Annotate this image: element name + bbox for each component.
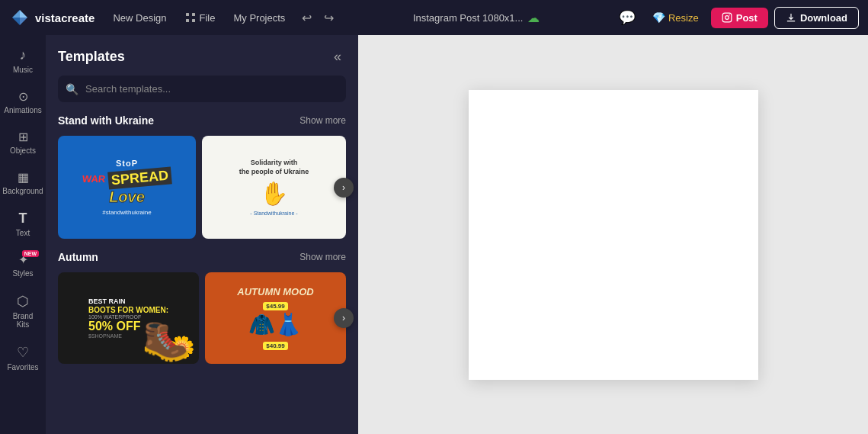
gem-icon: 💎: [652, 11, 665, 24]
new-design-button[interactable]: New Design: [107, 9, 172, 27]
svg-point-10: [729, 14, 729, 15]
collapse-panel-button[interactable]: «: [329, 47, 346, 66]
ukraine-template-card-1[interactable]: StoP WAR SPREAD Love #standwithukraine: [58, 136, 196, 239]
svg-rect-4: [186, 13, 189, 16]
sidebar-item-label: Text: [16, 229, 30, 237]
autumn-section-header: Autumn Show more: [58, 251, 346, 263]
sidebar-item-styles[interactable]: NEW ✦ Styles: [3, 246, 43, 284]
instagram-icon: [722, 12, 732, 23]
sidebar-item-label: Brand Kits: [6, 312, 40, 329]
ukraine-hand-icon: ✋: [239, 180, 309, 207]
resize-button[interactable]: 💎 Resize: [646, 8, 705, 27]
sidebar-item-music[interactable]: ♪ Music: [3, 41, 43, 80]
templates-header: Templates «: [46, 35, 358, 76]
autumn-price-1-text: $45.99: [263, 302, 287, 310]
cloud-sync-icon: ☁: [527, 11, 540, 25]
autumn-best-rain-text: BEST RAIN: [88, 297, 168, 306]
svg-rect-6: [186, 19, 189, 22]
canvas[interactable]: [469, 90, 758, 380]
sidebar-item-label: Background: [2, 187, 43, 195]
svg-marker-0: [12, 10, 20, 18]
svg-rect-7: [192, 19, 195, 22]
favorites-icon: ♡: [17, 344, 29, 361]
search-bar: 🔍: [58, 76, 346, 102]
main-content: ♪ Music ⊙ Animations ⊞ Objects ▦ Backgro…: [0, 35, 868, 434]
music-icon: ♪: [20, 47, 27, 63]
autumn-template-card-2[interactable]: AUTUMN MOOD $45.99 🧥👗 $40.99: [205, 272, 346, 364]
logo-text: vistacreate: [35, 11, 94, 24]
topbar: vistacreate New Design File My Projects …: [0, 0, 868, 35]
templates-panel: Templates « 🔍 Stand with Ukraine Show mo…: [46, 35, 358, 434]
autumn-boots-text: BOOTS FOR WOMEN:: [88, 306, 168, 314]
sidebar-icons: ♪ Music ⊙ Animations ⊞ Objects ▦ Backgro…: [0, 35, 46, 434]
ukraine-carousel-next-button[interactable]: ›: [334, 178, 354, 198]
topbar-right-actions: 💬 💎 Resize Post Download: [614, 6, 859, 29]
autumn-discount-text: 50% OFF: [88, 320, 168, 333]
svg-rect-8: [722, 13, 732, 22]
ukraine-card-1-content: StoP WAR SPREAD Love #standwithukraine: [75, 151, 180, 223]
autumn-carousel-next-button[interactable]: ›: [334, 308, 354, 328]
undo-button[interactable]: ↩: [297, 8, 316, 28]
sidebar-item-label: Music: [13, 66, 33, 74]
animations-icon: ⊙: [18, 89, 28, 104]
brand-icon: ⬡: [17, 293, 29, 310]
svg-marker-3: [20, 18, 27, 25]
ukraine-section-header: Stand with Ukraine Show more: [58, 114, 346, 127]
logo[interactable]: vistacreate: [9, 7, 94, 28]
file-menu-button[interactable]: File: [179, 9, 222, 27]
post-button[interactable]: Post: [711, 8, 768, 28]
objects-icon: ⊞: [18, 130, 28, 144]
autumn-price-2-text: $40.99: [263, 342, 287, 350]
ukraine-section: Stand with Ukraine Show more StoP WAR SP…: [46, 114, 358, 251]
download-icon: [786, 12, 796, 23]
svg-point-9: [725, 16, 729, 20]
my-projects-button[interactable]: My Projects: [227, 9, 291, 27]
autumn-show-more-button[interactable]: Show more: [299, 252, 346, 262]
sidebar-item-animations[interactable]: ⊙ Animations: [3, 83, 43, 121]
ukraine-show-more-button[interactable]: Show more: [299, 115, 346, 126]
ukraine-templates-row: StoP WAR SPREAD Love #standwithukraine S…: [58, 136, 346, 239]
project-title-area: Instagram Post 1080x1... ☁: [413, 11, 540, 25]
sidebar-item-label: Objects: [10, 146, 36, 155]
search-icon: 🔍: [66, 83, 78, 95]
ukraine-section-title: Stand with Ukraine: [58, 114, 154, 127]
autumn-template-card-1[interactable]: BEST RAIN BOOTS FOR WOMEN: 100% WATERPRO…: [58, 272, 199, 364]
templates-panel-title: Templates: [58, 49, 125, 65]
comment-button[interactable]: 💬: [614, 6, 640, 29]
autumn-mood-text: AUTUMN MOOD: [237, 286, 313, 297]
svg-marker-1: [12, 18, 20, 25]
ukraine-spread-text: SPREAD: [108, 166, 173, 189]
ukraine-solidarity-text: Solidarity withthe people of Ukraine: [239, 159, 309, 176]
sidebar-item-text[interactable]: T Text: [3, 204, 43, 243]
search-input[interactable]: [58, 76, 346, 102]
download-button[interactable]: Download: [774, 7, 859, 29]
ukraine-war-text: WAR: [82, 173, 106, 185]
svg-marker-2: [20, 10, 27, 18]
autumn-card-1-content: BEST RAIN BOOTS FOR WOMEN: 100% WATERPRO…: [82, 291, 175, 345]
ukraine-subtitle: - Standwithukraine -: [239, 211, 309, 216]
redo-button[interactable]: ↪: [319, 8, 338, 28]
sidebar-item-objects[interactable]: ⊞ Objects: [3, 124, 43, 161]
autumn-templates-row: BEST RAIN BOOTS FOR WOMEN: 100% WATERPRO…: [58, 272, 346, 364]
canvas-area: [358, 35, 868, 434]
sidebar-item-background[interactable]: ▦ Background: [3, 164, 43, 201]
autumn-section-title: Autumn: [58, 251, 98, 263]
sidebar-item-label: Animations: [4, 106, 41, 114]
sidebar-item-brand[interactable]: ⬡ Brand Kits: [3, 287, 43, 335]
new-badge: NEW: [22, 250, 39, 257]
text-icon: T: [19, 211, 27, 227]
ukraine-card-2-content: Solidarity withthe people of Ukraine ✋ -…: [239, 159, 309, 216]
autumn-card-2-content: AUTUMN MOOD $45.99 🧥👗 $40.99: [231, 280, 319, 357]
autumn-brand-text: $SHOPNAME: [88, 333, 168, 339]
grid-icon: [185, 12, 196, 23]
ukraine-stop-text: StoP: [82, 159, 172, 168]
ukraine-love-text: Love: [82, 188, 172, 206]
sidebar-item-favorites[interactable]: ♡ Favorites: [3, 338, 43, 378]
undo-redo-group: ↩ ↪: [297, 8, 338, 28]
sidebar-item-label: Styles: [12, 269, 33, 278]
logo-icon: [9, 7, 30, 28]
autumn-waterproof-text: 100% WATERPROOF: [88, 314, 168, 320]
ukraine-hashtag-text: #standwithukraine: [82, 209, 172, 216]
ukraine-template-card-2[interactable]: Solidarity withthe people of Ukraine ✋ -…: [202, 136, 346, 239]
autumn-people-icon: 🧥👗: [237, 312, 313, 337]
